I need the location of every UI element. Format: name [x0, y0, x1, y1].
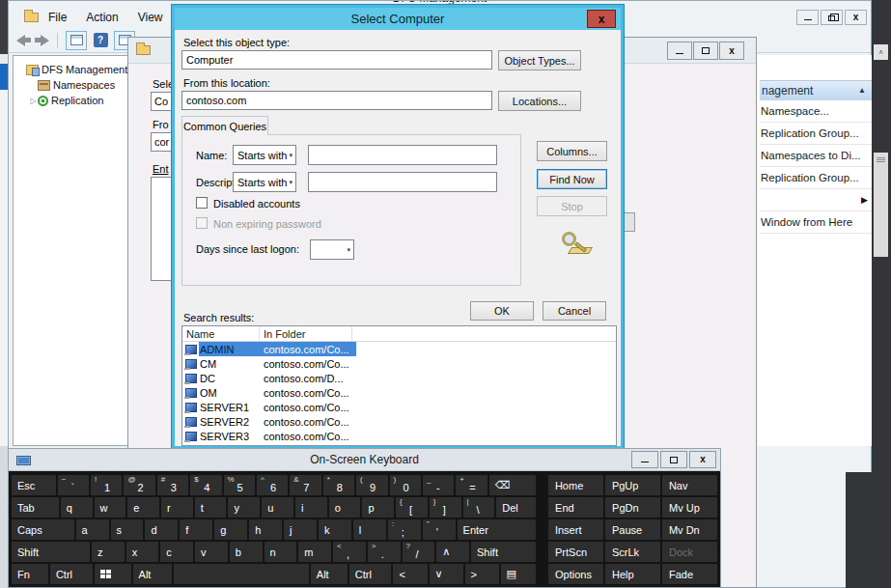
key-tab[interactable]: Tab — [12, 497, 59, 518]
description-operator-select[interactable]: Starts with▾ — [233, 172, 296, 192]
ok-button[interactable]: OK — [470, 301, 534, 321]
name-input[interactable] — [308, 145, 497, 165]
key-y[interactable]: y — [228, 497, 260, 518]
key-f[interactable]: f — [180, 519, 212, 540]
table-row[interactable]: SERVER2contoso.com/Co... — [182, 414, 616, 429]
key-s[interactable]: s — [111, 519, 144, 540]
key-pgdn[interactable]: PgDn — [605, 497, 660, 518]
key-7[interactable]: &7 — [290, 475, 320, 495]
key-space[interactable] — [174, 564, 308, 584]
key-enter[interactable]: Enter — [458, 519, 536, 540]
key-arrow-down[interactable]: ∨ — [430, 564, 463, 584]
expander-icon[interactable]: ▷ — [29, 97, 38, 105]
key-arrow-right[interactable]: > — [465, 564, 499, 584]
key-5[interactable]: %5 — [224, 475, 255, 495]
bg-close-button[interactable]: x — [719, 42, 744, 60]
find-now-button[interactable]: Find Now — [537, 169, 607, 189]
key-4[interactable]: $4 — [190, 475, 221, 495]
key-c[interactable]: c — [160, 542, 193, 562]
key-blank[interactable]: {[ — [396, 497, 428, 518]
key-h[interactable]: h — [249, 519, 282, 540]
key-fn[interactable]: Fn — [12, 564, 48, 584]
table-row[interactable]: SERVER3contoso.com/Co... — [182, 429, 616, 443]
tree-item-namespaces[interactable]: Namespaces — [14, 77, 131, 93]
bg-minimize-button[interactable] — [667, 42, 692, 60]
tree-item-replication[interactable]: ▷Replication — [14, 93, 131, 108]
key-9[interactable]: (9 — [356, 475, 387, 495]
key-pause[interactable]: Pause — [605, 519, 660, 540]
key-blank[interactable]: "' — [423, 519, 456, 540]
key-u[interactable]: u — [262, 497, 293, 518]
key-shift-right[interactable]: Shift — [471, 542, 536, 562]
osk-minimize-button[interactable] — [631, 451, 658, 468]
key-l[interactable]: l — [353, 519, 386, 540]
key-blank[interactable]: >. — [368, 542, 401, 562]
key-ctrl-left[interactable]: Ctrl — [50, 564, 93, 584]
table-row[interactable]: OMcontoso.com/Co... — [182, 385, 616, 400]
key-shift-left[interactable]: Shift — [12, 542, 90, 562]
action-item-2[interactable]: Namespaces to Di... — [760, 145, 872, 167]
key-blank[interactable]: |\ — [463, 497, 495, 518]
key-insert[interactable]: Insert — [548, 519, 603, 540]
cancel-button[interactable]: Cancel — [543, 301, 606, 321]
key-options[interactable]: Options — [548, 564, 603, 584]
forward-icon[interactable] — [35, 35, 49, 46]
key-k[interactable]: k — [319, 519, 351, 540]
menu-action[interactable]: Action — [76, 9, 127, 26]
osk-maximize-button[interactable] — [660, 451, 687, 468]
menu-file[interactable]: File — [39, 9, 76, 26]
key-help[interactable]: Help — [605, 564, 660, 584]
action-item-1[interactable]: Replication Group... — [760, 123, 872, 145]
key-z[interactable]: z — [92, 542, 125, 562]
actions-pane-header[interactable]: nagement ▲ — [760, 80, 872, 100]
key-a[interactable]: a — [76, 519, 109, 540]
menu-view[interactable]: View — [128, 9, 173, 26]
key-p[interactable]: p — [362, 497, 394, 518]
table-row[interactable]: CMcontoso.com/Co... — [182, 356, 616, 371]
location-field[interactable]: contoso.com — [181, 91, 492, 110]
key-r[interactable]: r — [161, 497, 193, 518]
key-1[interactable]: !1 — [91, 475, 122, 495]
locations-button[interactable]: Locations... — [498, 91, 581, 111]
key-caps[interactable]: Caps — [12, 519, 74, 540]
key-0[interactable]: )0 — [390, 475, 421, 495]
key-esc[interactable]: Esc — [12, 475, 56, 495]
key-arrow-left[interactable]: < — [393, 564, 427, 584]
key-blank[interactable]: ~` — [58, 475, 89, 495]
osk-close-button[interactable]: x — [689, 451, 716, 468]
key-blank[interactable]: _- — [423, 475, 454, 495]
close-button[interactable]: x — [587, 10, 616, 28]
key-blank[interactable]: :; — [388, 519, 421, 540]
key-scrlk[interactable]: ScrLk — [605, 542, 660, 562]
dialog-titlebar[interactable]: Select Computer x — [175, 8, 621, 30]
key-n[interactable]: n — [265, 542, 297, 562]
table-row[interactable] — [182, 443, 616, 446]
tab-common-queries[interactable]: Common Queries — [181, 116, 268, 135]
key-fade[interactable]: Fade — [662, 564, 717, 584]
mdi-close-button[interactable]: x — [845, 10, 867, 25]
key-windows[interactable] — [95, 564, 131, 584]
key-e[interactable]: e — [127, 497, 159, 518]
key-t[interactable]: t — [195, 497, 227, 518]
key-8[interactable]: *8 — [323, 475, 354, 495]
key-3[interactable]: #3 — [157, 475, 188, 495]
object-type-field[interactable]: Computer — [181, 50, 492, 70]
key-home[interactable]: Home — [548, 475, 603, 495]
description-input[interactable] — [308, 172, 497, 192]
action-item-3[interactable]: Replication Group... — [760, 167, 872, 189]
key-mvdn[interactable]: Mv Dn — [662, 519, 717, 540]
key-arrow-up[interactable]: ∧ — [436, 542, 469, 562]
key-nav[interactable]: Nav — [662, 475, 717, 495]
scrollbar-thumb[interactable] — [874, 153, 888, 257]
key-end[interactable]: End — [548, 497, 603, 518]
show-hide-console-tree-button[interactable] — [66, 31, 87, 50]
key-del[interactable]: Del — [496, 497, 536, 518]
scrollbar-up-icon[interactable]: ∧ — [874, 44, 888, 60]
collapse-arrow-icon[interactable]: ▲ — [858, 86, 866, 95]
key-o[interactable]: o — [329, 497, 361, 518]
key-prtscn[interactable]: PrtScn — [548, 542, 603, 562]
key-alt-right[interactable]: Alt — [311, 564, 348, 584]
back-icon[interactable] — [16, 35, 31, 46]
key-mvup[interactable]: Mv Up — [662, 497, 717, 518]
key-backspace[interactable]: ⌫ — [489, 475, 536, 495]
